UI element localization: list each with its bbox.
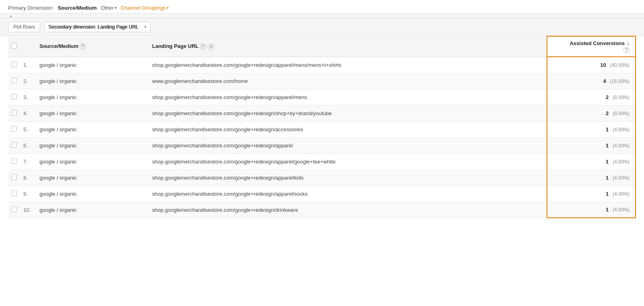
row-landing: shop.googlemerchandisestore.com/google+r… (149, 121, 547, 137)
assisted-value: 10 (600, 62, 606, 68)
row-source: google / organic (36, 89, 149, 105)
row-checkbox-cell[interactable] (8, 202, 20, 218)
landing-help-icon[interactable]: ? (200, 43, 206, 50)
row-landing: shop.googlemerchandisestore.com/google+r… (149, 57, 547, 73)
row-checkbox-cell[interactable] (8, 57, 20, 73)
assisted-help-icon[interactable]: ? (623, 47, 630, 53)
toolbar: Plot Rows Secondary dimension: Landing P… (0, 19, 644, 36)
table-row: 6. google / organic shop.googlemerchandi… (8, 137, 636, 153)
row-assisted: 2 (8.00%) (547, 89, 636, 105)
row-source: google / organic (36, 73, 149, 89)
row-assisted: 1 (4.00%) (547, 121, 636, 137)
row-checkbox-cell[interactable] (8, 73, 20, 89)
other-chevron-icon: ▾ (115, 6, 117, 10)
row-source: google / organic (36, 202, 149, 218)
row-assisted: 10 (40.00%) (547, 57, 636, 73)
assisted-value: 1 (606, 207, 609, 213)
landing-close-icon[interactable]: ✕ (208, 43, 214, 50)
th-num (20, 36, 36, 57)
row-landing: shop.googlemerchandisestore.com/google+r… (149, 89, 547, 105)
row-checkbox-cell[interactable] (8, 105, 20, 121)
assisted-value: 1 (606, 191, 609, 197)
row-source: google / organic (36, 121, 149, 137)
assisted-value: 2 (606, 110, 609, 116)
data-table: Source/Medium ? Landing Page URL ? ✕ Ass… (8, 36, 636, 218)
select-all-checkbox[interactable] (11, 43, 17, 49)
row-checkbox-cell[interactable] (8, 89, 20, 105)
row-checkbox-cell[interactable] (8, 153, 20, 170)
channel-groupings-dim[interactable]: Channel Groupings ▾ (121, 5, 169, 11)
row-checkbox[interactable] (11, 142, 17, 148)
assisted-pct: (8.00%) (613, 111, 630, 116)
row-checkbox-cell[interactable] (8, 121, 20, 137)
row-source: google / organic (36, 186, 149, 202)
assisted-value: 2 (606, 94, 609, 100)
channel-chevron-icon: ▾ (167, 6, 169, 10)
row-checkbox[interactable] (11, 174, 17, 180)
row-checkbox-cell[interactable] (8, 170, 20, 186)
th-assisted: Assisted Conversions ↓ ? (547, 36, 636, 57)
row-source: google / organic (36, 105, 149, 121)
assisted-pct: (4.00%) (613, 143, 630, 149)
row-num: 2. (20, 73, 36, 89)
row-landing: www.googlemerchandisestore.com/home (149, 73, 547, 89)
row-source: google / organic (36, 170, 149, 186)
row-checkbox[interactable] (11, 126, 17, 132)
table-row: 1. google / organic shop.googlemerchandi… (8, 57, 636, 73)
sort-down-icon[interactable]: ↓ (627, 40, 630, 46)
table-row: 3. google / organic shop.googlemerchandi… (8, 89, 636, 105)
row-landing: shop.googlemerchandisestore.com/google+r… (149, 202, 547, 218)
secondary-dim-select[interactable]: Secondary dimension: Landing Page URL (44, 22, 151, 32)
row-num: 9. (20, 186, 36, 202)
row-checkbox[interactable] (11, 207, 17, 212)
caret-up-icon: ▲ (9, 14, 13, 18)
assisted-value: 1 (606, 159, 609, 165)
assisted-pct: (40.00%) (610, 62, 630, 68)
assisted-pct: (4.00%) (613, 159, 630, 165)
row-checkbox[interactable] (11, 158, 17, 164)
table-row: 7. google / organic shop.googlemerchandi… (8, 153, 636, 170)
row-checkbox[interactable] (11, 190, 17, 196)
row-num: 5. (20, 121, 36, 137)
plot-rows-button[interactable]: Plot Rows (8, 22, 40, 32)
th-landing: Landing Page URL ? ✕ (149, 36, 547, 57)
table-header-row: Source/Medium ? Landing Page URL ? ✕ Ass… (8, 36, 636, 57)
row-num: 10. (20, 202, 36, 218)
row-num: 6. (20, 137, 36, 153)
assisted-pct: (4.00%) (613, 191, 630, 197)
row-checkbox-cell[interactable] (8, 137, 20, 153)
row-num: 3. (20, 89, 36, 105)
row-assisted: 2 (8.00%) (547, 105, 636, 121)
source-help-icon[interactable]: ? (80, 43, 86, 50)
table-row: 8. google / organic shop.googlemerchandi… (8, 170, 636, 186)
assisted-pct: (4.00%) (613, 207, 630, 213)
table-row: 10. google / organic shop.googlemerchand… (8, 202, 636, 218)
table-row: 2. google / organic www.googlemerchandis… (8, 73, 636, 89)
primary-dimension-bar: Primary Dimension: Source/Medium Other ▾… (0, 0, 644, 14)
row-num: 1. (20, 57, 36, 73)
row-checkbox-cell[interactable] (8, 186, 20, 202)
th-checkbox[interactable] (8, 36, 20, 57)
row-checkbox[interactable] (11, 110, 17, 116)
row-source: google / organic (36, 153, 149, 170)
row-landing: shop.googlemerchandisestore.com/google+r… (149, 105, 547, 121)
primary-dim-label: Primary Dimension: (8, 5, 54, 11)
other-dim[interactable]: Other ▾ (101, 5, 117, 11)
th-source: Source/Medium ? (36, 36, 149, 57)
assisted-value: 1 (606, 126, 609, 132)
row-assisted: 4 (16.00%) (547, 73, 636, 89)
source-medium-dim[interactable]: Source/Medium (58, 5, 97, 11)
row-source: google / organic (36, 137, 149, 153)
assisted-pct: (8.00%) (613, 95, 630, 100)
row-num: 8. (20, 170, 36, 186)
secondary-dim-wrapper[interactable]: Secondary dimension: Landing Page URL Se… (44, 22, 151, 32)
row-checkbox[interactable] (11, 62, 17, 67)
row-num: 7. (20, 153, 36, 170)
row-landing: shop.googlemerchandisestore.com/google+r… (149, 170, 547, 186)
row-checkbox[interactable] (11, 78, 17, 83)
row-checkbox[interactable] (11, 94, 17, 99)
row-landing: shop.googlemerchandisestore.com/google+r… (149, 153, 547, 170)
table-row: 9. google / organic shop.googlemerchandi… (8, 186, 636, 202)
table-row: 5. google / organic shop.googlemerchandi… (8, 121, 636, 137)
row-assisted: 1 (4.00%) (547, 202, 636, 218)
